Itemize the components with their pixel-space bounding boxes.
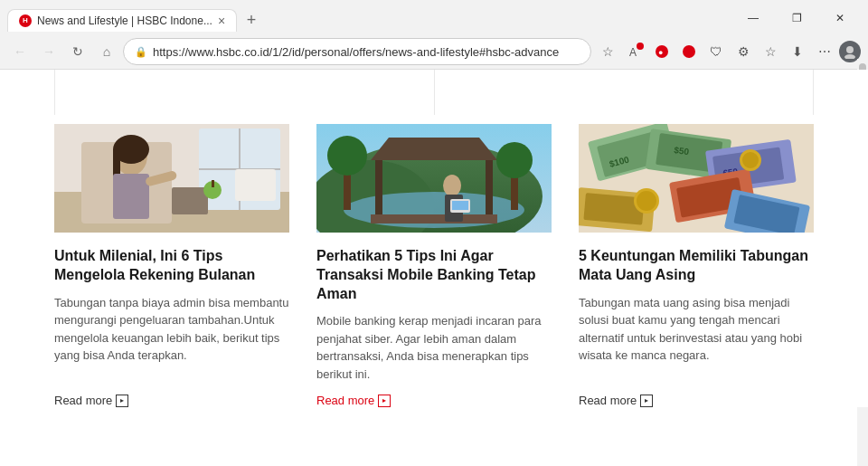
back-icon: ← xyxy=(14,44,26,59)
vertical-separator-left xyxy=(54,70,55,115)
vertical-separator-right xyxy=(813,70,814,115)
navigation-toolbar: ← → ↻ ⌂ 🔒 ☆ A ● xyxy=(0,34,868,69)
tab-close-button[interactable]: × xyxy=(218,14,225,27)
card-3-read-more[interactable]: Read more ▸ xyxy=(579,394,814,407)
new-tab-button[interactable]: + xyxy=(241,9,262,31)
title-bar: H News and Lifestyle | HSBC Indone... × … xyxy=(0,0,868,34)
card-1-read-more[interactable]: Read more ▸ xyxy=(54,394,289,407)
profile-avatar-icon xyxy=(843,44,857,59)
browser-chrome: H News and Lifestyle | HSBC Indone... × … xyxy=(0,0,868,70)
shield-icon[interactable]: 🛡 xyxy=(703,39,729,64)
svg-rect-15 xyxy=(113,174,149,219)
lock-icon: 🔒 xyxy=(135,46,147,58)
settings-icon[interactable]: ⚙ xyxy=(731,39,756,64)
close-button[interactable]: ✕ xyxy=(819,5,861,31)
reload-icon: ↻ xyxy=(72,44,83,59)
card-2-title: Perhatikan 5 Tips Ini Agar Transaksi Mob… xyxy=(316,247,552,303)
card-3-title: 5 Keuntungan Memiliki Tabungan Mata Uang… xyxy=(579,247,814,285)
ext-icon-2 xyxy=(682,44,696,59)
svg-rect-17 xyxy=(172,187,208,214)
extension-icon-red-1[interactable]: ● xyxy=(649,39,675,64)
bookmark-icon[interactable]: ☆ xyxy=(758,39,783,64)
svg-point-3 xyxy=(683,45,695,58)
translate-icon: A xyxy=(627,44,642,59)
svg-rect-27 xyxy=(486,160,493,223)
extension-icon-1[interactable]: A xyxy=(622,39,647,64)
svg-point-36 xyxy=(496,142,533,178)
vertical-separator-middle xyxy=(434,70,435,115)
svg-rect-14 xyxy=(113,149,120,176)
maximize-button[interactable]: ❐ xyxy=(776,5,817,31)
address-bar-container: 🔒 xyxy=(123,38,591,65)
svg-point-5 xyxy=(844,54,855,59)
svg-rect-19 xyxy=(212,180,214,187)
forward-icon: → xyxy=(42,44,55,59)
svg-rect-28 xyxy=(371,214,497,223)
svg-text:A: A xyxy=(629,46,637,59)
download-icon[interactable]: ⬇ xyxy=(785,39,810,64)
woman-desk-illustration xyxy=(54,124,289,233)
card-2-read-more-label: Read more xyxy=(316,394,374,407)
card-3-read-more-icon: ▸ xyxy=(640,395,653,407)
nature-gazebo-illustration xyxy=(316,124,552,233)
home-button[interactable]: ⌂ xyxy=(94,39,119,64)
browser-tab[interactable]: H News and Lifestyle | HSBC Indone... × xyxy=(7,9,237,32)
card-3-image: $100 $50 €50 xyxy=(579,124,814,233)
card-2-read-more[interactable]: Read more ▸ xyxy=(316,394,552,407)
svg-marker-25 xyxy=(371,138,497,160)
card-3-desc: Tabungan mata uang asing bisa menjadi so… xyxy=(579,294,814,384)
bookmark-star-icon[interactable]: ☆ xyxy=(595,39,620,64)
card-1-title: Untuk Milenial, Ini 6 Tips Mengelola Rek… xyxy=(54,247,289,285)
svg-rect-26 xyxy=(375,160,382,223)
card-2-read-more-icon: ▸ xyxy=(378,395,391,407)
card-2: Perhatikan 5 Tips Ini Agar Transaksi Mob… xyxy=(316,124,552,407)
extension-icon-red-2[interactable] xyxy=(676,39,702,64)
tab-favicon: H xyxy=(19,14,32,27)
menu-icon[interactable]: ⋯ xyxy=(812,39,837,64)
card-3: $100 $50 €50 xyxy=(579,124,814,407)
card-2-image xyxy=(316,124,552,233)
home-icon: ⌂ xyxy=(103,44,110,59)
card-1-read-more-icon: ▸ xyxy=(116,395,128,407)
card-1: Untuk Milenial, Ini 6 Tips Mengelola Rek… xyxy=(54,124,289,407)
svg-point-4 xyxy=(846,46,854,53)
svg-point-56 xyxy=(742,152,759,168)
svg-rect-32 xyxy=(452,201,468,210)
tab-title: News and Lifestyle | HSBC Indone... xyxy=(37,14,212,27)
svg-rect-20 xyxy=(235,169,276,201)
minimize-button[interactable]: — xyxy=(732,5,774,31)
forward-button[interactable]: → xyxy=(36,39,61,64)
card-1-image xyxy=(54,124,289,233)
address-bar[interactable] xyxy=(153,45,580,59)
svg-text:●: ● xyxy=(658,48,663,57)
svg-point-34 xyxy=(327,136,367,176)
card-2-desc: Mobile banking kerap menjadi incaran par… xyxy=(316,312,552,383)
page-content: Untuk Milenial, Ini 6 Tips Mengelola Rek… xyxy=(0,70,868,407)
toolbar-actions: ☆ A ● 🛡 ⚙ ☆ ⬇ ⋯ xyxy=(595,39,861,64)
back-button[interactable]: ← xyxy=(7,39,33,64)
top-border-area xyxy=(54,70,814,115)
window-controls: — ❐ ✕ xyxy=(732,5,861,34)
svg-point-29 xyxy=(443,175,461,196)
cards-container: Untuk Milenial, Ini 6 Tips Mengelola Rek… xyxy=(54,115,814,407)
ext-icon: ● xyxy=(655,44,669,59)
svg-point-54 xyxy=(637,191,656,211)
card-1-read-more-label: Read more xyxy=(54,394,112,407)
reload-button[interactable]: ↻ xyxy=(65,39,90,64)
card-1-desc: Tabungan tanpa biaya admin bisa membantu… xyxy=(54,294,289,384)
money-illustration: $100 $50 €50 xyxy=(579,124,814,233)
card-3-read-more-label: Read more xyxy=(579,394,637,407)
